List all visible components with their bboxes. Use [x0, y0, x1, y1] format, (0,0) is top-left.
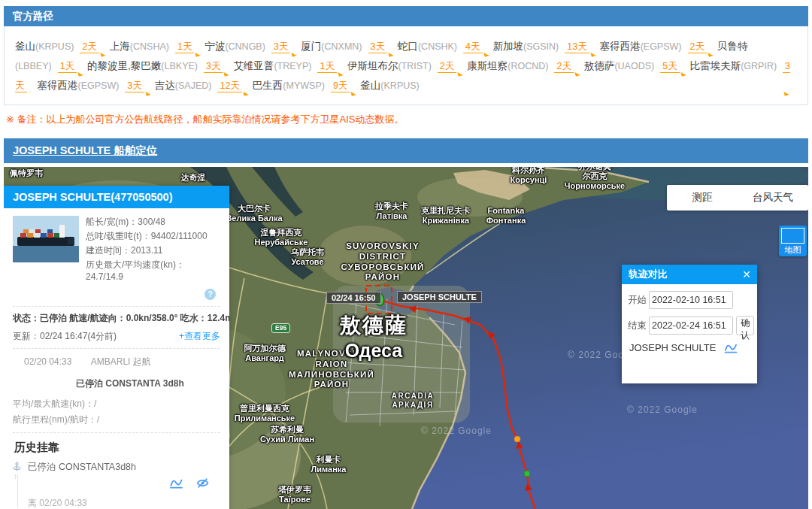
help-icon[interactable]: ?	[205, 289, 216, 300]
history-item: ↑已停泊 CONSTANTA3d8h离 02/20 04:33	[13, 461, 220, 509]
map-place-label-line: Авангард	[244, 353, 286, 363]
map-place-label-line: DISTRICT	[341, 252, 424, 262]
map-place-label-line: 利曼卡	[311, 455, 347, 465]
route-port-code: (TRIST)	[398, 61, 431, 71]
route-port: 的黎波里,黎巴嫩	[87, 60, 161, 71]
route-leg-days: 2天	[688, 41, 707, 53]
typhoon-weather-button[interactable]: 台风天气	[738, 185, 808, 211]
map-place-label-line: Фонтанка	[486, 216, 526, 226]
track-compare-header: 轨迹对比 ✕	[622, 265, 757, 284]
route-leg-days: 3天	[271, 41, 290, 53]
waypoint-orange[interactable]	[514, 436, 520, 442]
map-type-thumbnail-icon	[781, 228, 804, 244]
map-place-label-line: Сухий Лиман	[260, 435, 314, 444]
map-place-label-line: 佩特罗韦	[10, 168, 43, 178]
route-port-code: (LBKYE)	[161, 61, 198, 71]
route-port: 宁波	[205, 41, 225, 52]
route-leg-arrow-icon	[574, 71, 580, 76]
map-place-label: 克里扎尼夫卡Крижанівка	[421, 206, 471, 226]
map-container[interactable]: 佩特罗韦达奇涅科尔孙齐Корсунці乔尔诺莫尔西克Чорноморське大巴…	[4, 167, 808, 509]
route-port: 上海	[110, 41, 130, 52]
eye-off-icon-wrap[interactable]	[195, 477, 210, 492]
confirm-button[interactable]: 确认	[736, 316, 754, 335]
route-port: 新加坡	[493, 41, 524, 52]
route-leg-arrow-icon	[243, 90, 248, 95]
route-leg-days: 2天	[554, 61, 573, 73]
route-leg-arrow-icon	[680, 71, 686, 76]
history-item-time: 离 02/20 04:33	[28, 497, 220, 509]
map-place-label-line: 乌萨托韦	[291, 247, 324, 257]
ship-spec-list: 船长/宽(m)：300/48总吨/载重吨(t)：94402/111000建造时间…	[86, 216, 220, 285]
route-leg-arrow-icon	[100, 51, 105, 56]
route-leg-days: 2天	[80, 41, 98, 53]
map-place-label: 拉季夫卡Латівка	[375, 201, 408, 221]
route-port-code: (KRPUS)	[380, 80, 419, 91]
view-more-link[interactable]: +查看更多	[179, 330, 220, 343]
trend-chart-icon[interactable]	[169, 477, 183, 489]
track-compare-body: 开始 结束 确认 JOSEPH SCHULTE	[622, 284, 757, 383]
route-port: 塞得西港	[38, 80, 78, 91]
route-port: 比雷埃夫斯	[690, 60, 741, 71]
map-place-label-line: 科尔孙齐	[511, 167, 547, 175]
map-type-button[interactable]: 地图	[779, 226, 807, 256]
map-place-label-line: 涅鲁拜西克	[255, 228, 308, 238]
history-item-actions	[28, 473, 220, 495]
map-place-label-line: 达奇涅	[181, 173, 206, 183]
route-leg-arrow-icon	[783, 90, 789, 95]
official-route-flow: 釜山(KRPUS)2天上海(CNSHA)1天宁波(CNNGB)3天厦门(CNXM…	[4, 26, 808, 105]
route-port-code: (ROCND)	[508, 61, 548, 71]
anchor-icon-wrap	[12, 462, 22, 475]
route-leg-days: 13天	[565, 41, 589, 53]
route-port: 巴生西	[253, 80, 283, 91]
map-place-label-line: 苏希利曼	[260, 425, 314, 435]
route-port-code: (KRPUS)	[35, 41, 74, 52]
route-leg-days: 3天	[204, 61, 223, 73]
route-port-code: (SGSIN)	[523, 41, 559, 52]
map-place-label-line: SUVOROVSKIY	[341, 241, 424, 252]
route-port: 吉达	[155, 80, 175, 91]
route-leg-arrow-icon	[707, 51, 713, 56]
map-place-label: 塔伊罗韦Таїрове	[278, 485, 311, 504]
ship-spec-line-3: 历史最大/平均速度(kn)：24.7/14.9	[86, 259, 220, 283]
route-leg-days: 3天	[125, 80, 144, 92]
map-place-label-line: ARCADIA	[392, 392, 435, 401]
depart-time: 02/20 04:33	[24, 356, 71, 367]
end-datetime-input[interactable]	[649, 317, 733, 335]
map-place-label-line: СУВОРОВСЬКИЙ	[341, 262, 424, 273]
route-port: 厦门	[301, 41, 321, 52]
avg-speed: 平均/最大航速(kn)：/	[13, 398, 220, 411]
trend-chart-icon[interactable]	[723, 342, 738, 353]
map-place-label: FontankaФонтанка	[486, 206, 526, 226]
route-leg-days: 2天	[438, 61, 456, 73]
map-place-label: 阿万加尔德Авангард	[244, 344, 286, 363]
depart-event: AMBARLI 起航	[91, 356, 151, 367]
map-place-label: 乔尔诺莫尔西克Чорноморське	[565, 167, 625, 192]
route-leg-days: 1天	[175, 41, 194, 53]
anchor-icon	[12, 462, 22, 472]
route-port-code: (LBBEY)	[15, 61, 52, 71]
route-port-code: (TREYP)	[274, 61, 311, 71]
road-badge-e95: E95	[271, 323, 290, 333]
close-icon[interactable]: ✕	[742, 268, 751, 280]
track-compare-title: 轨迹对比	[629, 268, 742, 281]
eye-off-icon[interactable]	[195, 477, 210, 489]
map-place-label-line: 阿万加尔德	[244, 344, 286, 353]
ship-status-line: 状态：已停泊 航速/航迹向：0.0kn/358.0° 吃水：12.4m	[13, 312, 220, 325]
google-watermark: © 2022 Google	[421, 426, 492, 436]
map-place-label: 涅鲁拜西克Нерубайське	[255, 228, 308, 247]
route-port: 塞得西港	[600, 41, 641, 52]
start-datetime-input[interactable]	[649, 291, 733, 309]
route-leg-days: 4天	[463, 41, 482, 53]
map-place-label-line: Лиманка	[311, 465, 347, 474]
route-port-code: (CNSHK)	[418, 41, 457, 52]
vessel-section-header: JOSEPH SCHULTE 船舶定位	[4, 138, 808, 163]
official-route-box: 官方路径 釜山(KRPUS)2天上海(CNSHA)1天宁波(CNNGB)3天厦门…	[4, 6, 808, 105]
map-place-label-line: Fontanka	[486, 206, 526, 216]
route-port: 釜山	[360, 80, 380, 91]
measure-distance-button[interactable]: 测距	[667, 185, 738, 211]
map-place-label-line: Чорноморське	[565, 181, 625, 191]
trend-chart-icon-wrap[interactable]	[169, 477, 183, 492]
ship-photo	[13, 216, 79, 262]
waypoint-green[interactable]	[524, 471, 530, 477]
map-place-label: 苏希利曼Сухий Лиман	[260, 425, 314, 444]
